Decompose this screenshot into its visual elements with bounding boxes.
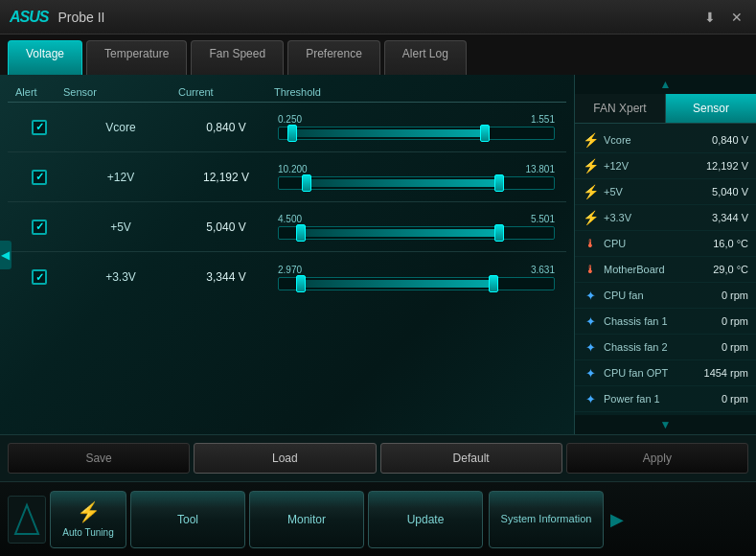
footer-next-button[interactable]: ▶ — [607, 491, 627, 548]
list-item: ⚡ +5V 5,040 V — [575, 179, 756, 205]
slider-min-label-1: 10.200 — [278, 164, 308, 174]
close-button[interactable]: ✕ — [727, 10, 746, 25]
checkbox-cell-0 — [15, 120, 63, 135]
slider-max-label-0: 1.551 — [531, 114, 555, 125]
sensor-item-label-7: Chassis fan 1 — [604, 315, 695, 327]
tab-preference[interactable]: Preference — [287, 40, 380, 75]
sensor-rows-container: Vcore 0,840 V 0.250 1.551 +12V 12,192 V … — [8, 103, 566, 302]
checkbox-2[interactable] — [32, 220, 47, 235]
content-area: ◀ Alert Sensor Current Threshold Vcore 0… — [0, 75, 756, 434]
voltage-icon: ⚡ — [583, 184, 598, 199]
sensor-item-label-4: CPU — [604, 238, 695, 249]
sensor-value-2: 5,040 V — [178, 220, 274, 234]
slider-labels-0: 0.250 1.551 — [278, 114, 555, 125]
left-panel: ◀ Alert Sensor Current Threshold Vcore 0… — [0, 75, 574, 434]
list-item: ✦ Chassis fan 2 0 rpm — [575, 335, 756, 360]
sensor-item-label-1: +12V — [604, 160, 695, 172]
slider-track-0[interactable] — [278, 127, 555, 140]
window-controls: ⬇ ✕ — [700, 10, 746, 25]
download-button[interactable]: ⬇ — [700, 10, 720, 25]
voltage-icon: ⚡ — [583, 158, 598, 174]
slider-fill-3 — [301, 280, 493, 288]
sensor-item-value-9: 1454 rpm — [700, 367, 748, 379]
list-item: ✦ Power fan 1 0 rpm — [575, 386, 756, 412]
sensor-item-value-2: 5,040 V — [700, 186, 748, 197]
slider-thumb-min-0[interactable] — [287, 125, 297, 142]
slider-thumb-min-1[interactable] — [302, 174, 311, 192]
tool-label: Tool — [177, 513, 198, 526]
slider-track-3[interactable] — [278, 277, 555, 290]
right-tabs: FAN Xpert Sensor — [575, 94, 756, 124]
slider-min-label-3: 2.970 — [278, 265, 302, 275]
auto-tuning-button[interactable]: ⚡ Auto Tuning — [50, 491, 126, 548]
system-info-button[interactable]: System Information — [489, 491, 604, 548]
update-button[interactable]: Update — [368, 491, 483, 548]
footer-nav: ⚡ Auto Tuning Tool Monitor Update System… — [0, 481, 756, 556]
sensor-item-label-5: MotherBoard — [604, 264, 695, 275]
header-threshold: Threshold — [274, 86, 559, 98]
svg-marker-0 — [15, 505, 38, 534]
slider-area-1: 10.200 13.801 — [274, 164, 559, 190]
sensor-name-0: Vcore — [63, 121, 178, 134]
load-button[interactable]: Load — [194, 443, 376, 474]
tab-voltage[interactable]: Voltage — [8, 40, 82, 75]
app-title: Probe II — [57, 10, 700, 25]
checkbox-0[interactable] — [32, 120, 47, 135]
slider-fill-2 — [301, 229, 499, 237]
checkbox-1[interactable] — [32, 170, 47, 185]
tab-bar: Voltage Temperature Fan Speed Preference… — [0, 35, 756, 75]
slider-area-3: 2.970 3.631 — [274, 265, 559, 290]
slider-thumb-max-3[interactable] — [489, 275, 498, 292]
sensor-item-label-2: +5V — [604, 186, 695, 197]
tab-temperature[interactable]: Temperature — [86, 40, 187, 75]
right-collapse-top[interactable]: ▲ — [575, 75, 756, 94]
slider-min-label-0: 0.250 — [278, 114, 302, 125]
slider-track-2[interactable] — [278, 226, 555, 240]
right-panel: ▲ FAN Xpert Sensor ⚡ Vcore 0,840 V ⚡ +12… — [574, 75, 756, 434]
fan-icon: ✦ — [583, 313, 598, 329]
header-current: Current — [178, 86, 274, 98]
default-button[interactable]: Default — [380, 443, 562, 474]
sensor-value-1: 12,192 V — [178, 171, 274, 184]
main-wrapper: Voltage Temperature Fan Speed Preference… — [0, 35, 756, 556]
slider-area-2: 4.500 5.501 — [274, 214, 559, 240]
slider-thumb-min-3[interactable] — [296, 275, 306, 292]
right-tab-sensor[interactable]: Sensor — [666, 94, 756, 123]
monitor-button[interactable]: Monitor — [249, 491, 364, 548]
slider-labels-3: 2.970 3.631 — [278, 265, 555, 275]
slider-thumb-min-2[interactable] — [296, 224, 306, 242]
apply-button[interactable]: Apply — [566, 443, 748, 474]
tab-fan-speed[interactable]: Fan Speed — [191, 40, 284, 75]
right-tab-fan-xpert[interactable]: FAN Xpert — [575, 94, 666, 123]
slider-track-1[interactable] — [278, 176, 555, 190]
fan-icon: ✦ — [583, 288, 598, 303]
tab-alert-log[interactable]: Alert Log — [384, 40, 467, 75]
slider-thumb-max-2[interactable] — [494, 224, 504, 242]
sensor-item-value-7: 0 rpm — [700, 315, 748, 327]
slider-fill-0 — [292, 129, 485, 137]
system-info-label: System Information — [501, 512, 592, 525]
temp-icon: 🌡 — [583, 262, 598, 277]
slider-fill-1 — [307, 179, 499, 187]
list-item: 🌡 MotherBoard 29,0 °C — [575, 257, 756, 283]
footer-logo — [8, 496, 46, 544]
slider-thumb-max-0[interactable] — [480, 125, 490, 142]
left-collapse-button[interactable]: ◀ — [0, 241, 11, 269]
list-item: ⚡ Vcore 0,840 V — [575, 127, 756, 153]
list-item: 🌡 CPU 16,0 °C — [575, 231, 756, 257]
list-item: ⚡ +3.3V 3,344 V — [575, 205, 756, 231]
sensor-item-label-6: CPU fan — [604, 290, 695, 301]
update-label: Update — [407, 513, 445, 526]
tool-button[interactable]: Tool — [130, 491, 245, 548]
titlebar: ASUS Probe II ⬇ ✕ — [0, 0, 756, 35]
right-collapse-bottom[interactable]: ▼ — [575, 415, 756, 434]
slider-labels-2: 4.500 5.501 — [278, 214, 555, 224]
sensor-item-value-5: 29,0 °C — [700, 264, 748, 275]
table-row: +3.3V 3,344 V 2.970 3.631 — [8, 252, 566, 302]
table-header: Alert Sensor Current Threshold — [8, 82, 566, 103]
save-button[interactable]: Save — [8, 443, 190, 474]
sensor-item-value-6: 0 rpm — [700, 290, 748, 301]
checkbox-3[interactable] — [32, 269, 47, 285]
header-alert: Alert — [15, 86, 63, 98]
slider-thumb-max-1[interactable] — [494, 174, 504, 192]
